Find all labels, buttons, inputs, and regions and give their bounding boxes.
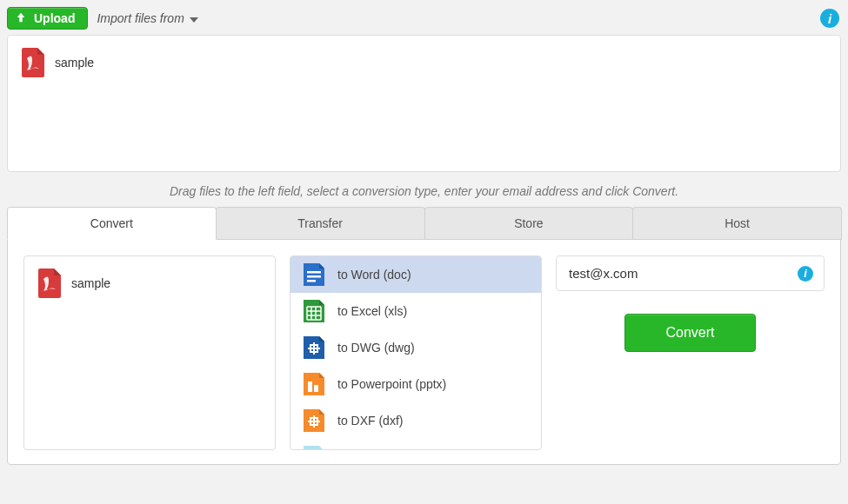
uploaded-file-chip[interactable]: sample [20, 48, 94, 77]
uploaded-file-name: sample [55, 56, 94, 70]
format-label: to DXF (dxf) [337, 414, 403, 428]
tab-host[interactable]: Host [632, 207, 842, 240]
selected-file-chip[interactable]: sample [37, 269, 110, 298]
file-icon [301, 444, 327, 449]
format-label: to Excel (xls) [337, 304, 407, 318]
format-option-powerpoint[interactable]: to Powerpoint (pptx) [290, 366, 541, 402]
excel-icon [301, 298, 327, 324]
convert-action-column: i Convert [556, 255, 825, 450]
format-option-dxf[interactable]: to DXF (dxf) [290, 402, 541, 439]
format-label: to DWG (dwg) [337, 341, 415, 355]
import-files-from-dropdown[interactable]: Import files from [97, 11, 197, 25]
pdf-icon [37, 269, 63, 298]
svg-rect-0 [307, 271, 321, 274]
upload-label: Upload [34, 11, 75, 25]
tab-store[interactable]: Store [424, 207, 634, 240]
instruction-text: Drag files to the left field, select a c… [0, 172, 848, 207]
upload-arrow-icon [15, 11, 27, 25]
chevron-down-icon [190, 11, 198, 25]
tab-convert[interactable]: Convert [7, 207, 217, 240]
convert-button[interactable]: Convert [624, 314, 755, 352]
info-icon[interactable]: i [798, 266, 813, 282]
dwg-icon [301, 335, 327, 361]
tab-strip: Convert Transfer Store Host [7, 207, 841, 240]
tab-transfer[interactable]: Transfer [216, 207, 425, 240]
convert-panel: sample to Word (doc) [7, 239, 841, 465]
drop-zone[interactable]: sample [7, 35, 841, 172]
format-option-excel[interactable]: to Excel (xls) [290, 293, 541, 329]
svg-rect-1 [307, 275, 321, 278]
format-label: to Powerpoint (pptx) [337, 377, 446, 391]
email-input-box: i [556, 255, 825, 291]
upload-button[interactable]: Upload [7, 7, 88, 30]
import-label: Import files from [97, 11, 184, 25]
word-icon [301, 262, 327, 288]
selected-files-box: sample [23, 255, 276, 450]
svg-rect-14 [308, 381, 312, 392]
powerpoint-icon [301, 371, 327, 397]
format-scroll-area[interactable]: to Word (doc) to Excel (x [290, 256, 541, 449]
svg-rect-2 [307, 280, 316, 282]
format-option-more[interactable] [290, 439, 541, 449]
conversion-format-list: to Word (doc) to Excel (x [290, 255, 542, 450]
pdf-icon [20, 48, 46, 77]
format-option-word[interactable]: to Word (doc) [290, 256, 541, 293]
selected-file-name: sample [71, 276, 110, 290]
format-option-dwg[interactable]: to DWG (dwg) [290, 329, 541, 366]
toolbar: Upload Import files from i [0, 0, 848, 35]
email-field[interactable] [567, 265, 791, 282]
dxf-icon [301, 408, 327, 434]
format-label: to Word (doc) [337, 268, 411, 282]
svg-rect-15 [314, 385, 318, 392]
info-icon[interactable]: i [820, 9, 839, 28]
